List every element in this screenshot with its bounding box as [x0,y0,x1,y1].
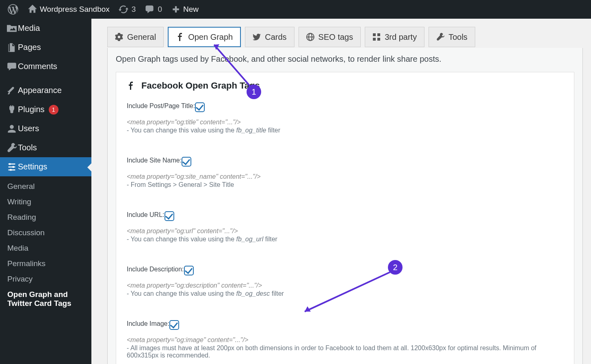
option-hint: - From Settings > General > Site Title [127,181,563,188]
svg-rect-7 [377,33,380,36]
intro-text: Open Graph tags used by Facebook, and ot… [116,54,574,64]
option-label: Include Site Name: [127,157,182,168]
svg-rect-9 [377,38,380,41]
option-include-title: Include Post/Page Title: <meta property=… [127,102,563,134]
twitter-icon [253,33,261,41]
include-sitename-checkbox[interactable] [182,157,191,167]
svg-rect-8 [373,38,376,41]
submenu-writing[interactable]: Writing [0,194,91,210]
tab-tools[interactable]: Tools [429,27,475,47]
menu-comments[interactable]: Comments [0,57,91,76]
menu-settings[interactable]: Settings [0,157,91,176]
facebook-icon [176,33,184,41]
brush-icon [6,86,18,95]
sliders-icon [6,162,18,172]
menu-appearance[interactable]: Appearance [0,81,91,100]
settings-tabs: General Open Graph Cards SEO tags 3rd pa… [100,27,583,47]
menu-pages[interactable]: Pages [0,38,91,57]
tab-content: Open Graph tags used by Facebook, and ot… [107,48,583,364]
admin-menu: Media Pages Comments Appearance Plugins … [0,19,91,364]
updates-link[interactable]: 3 [114,0,140,19]
option-hint: - You can change this value using the fb… [127,236,563,243]
svg-point-2 [10,169,12,171]
menu-users[interactable]: Users [0,119,91,138]
menu-plugins[interactable]: Plugins 1 [0,100,91,119]
site-name-link[interactable]: Wordpress Sandbox [23,0,114,19]
admin-bar: Wordpress Sandbox 3 0 New [0,0,591,19]
menu-label: Tools [18,143,37,152]
include-url-checkbox[interactable] [165,211,174,221]
option-meta: <meta property="og:image" content="..."/… [127,336,563,344]
menu-label: Users [18,124,39,133]
gear-icon [115,33,123,41]
settings-submenu: General Writing Reading Discussion Media… [0,176,91,314]
option-label: Include URL: [127,211,165,223]
submenu-discussion[interactable]: Discussion [0,225,91,240]
facebook-icon [127,81,135,91]
tab-label: General [127,32,156,42]
globe-icon [306,33,314,41]
wrench-icon [436,33,444,41]
tab-opengraph[interactable]: Open Graph [168,27,241,47]
option-meta: <meta property="og:description" content=… [127,282,563,289]
option-meta: <meta property="og:title" content="..."/… [127,119,563,126]
option-meta: <meta property="og:site_name" content=".… [127,173,563,180]
submenu-opengraph[interactable]: Open Graph and Twitter Card Tags [0,287,91,311]
grid-icon [372,33,381,41]
box-title: Facebook Open Graph Tags [141,80,260,91]
new-label: New [183,5,199,14]
tab-label: SEO tags [318,32,353,42]
include-title-checkbox[interactable] [195,102,205,112]
tab-label: 3rd party [385,32,417,42]
opengraph-settings-box: Facebook Open Graph Tags Include Post/Pa… [116,72,574,364]
tab-label: Open Graph [188,32,233,42]
comment-icon [6,62,18,72]
menu-media[interactable]: Media [0,19,91,38]
option-meta: <meta property="og:url" content="..."/> [127,228,563,235]
submenu-permalinks[interactable]: Permalinks [0,256,91,271]
tab-label: Cards [265,32,286,42]
tab-general[interactable]: General [107,27,164,47]
tab-cards[interactable]: Cards [245,27,294,47]
plug-icon [6,105,18,115]
menu-label: Pages [18,43,41,52]
option-hint: - All images must have at least 200px on… [127,344,537,359]
wp-logo[interactable] [3,0,23,19]
menu-tools[interactable]: Tools [0,138,91,157]
menu-label: Comments [18,62,57,71]
page-icon [6,43,18,52]
home-icon [27,4,38,14]
comment-icon [144,4,155,14]
include-description-checkbox[interactable] [184,266,194,275]
comments-count: 0 [158,5,162,14]
option-label: Include Description: [127,266,184,277]
site-name: Wordpress Sandbox [40,5,110,14]
tab-3rdparty[interactable]: 3rd party [365,27,424,47]
include-image-checkbox[interactable] [169,320,179,330]
submenu-media[interactable]: Media [0,240,91,256]
option-label: Include Image: [127,320,169,332]
media-icon [6,24,18,33]
option-label: Include Post/Page Title: [127,102,195,114]
menu-label: Plugins [18,105,45,114]
svg-rect-6 [373,33,376,36]
tab-label: Tools [448,32,468,42]
submenu-privacy[interactable]: Privacy [0,271,91,287]
box-heading: Facebook Open Graph Tags [127,80,563,91]
wrench-icon [6,143,18,153]
update-icon [118,4,129,14]
menu-label: Appearance [18,86,62,95]
plugin-updates-badge: 1 [49,105,58,115]
user-icon [6,124,18,134]
submenu-general[interactable]: General [0,179,91,194]
updates-count: 3 [132,5,136,14]
tab-seo[interactable]: SEO tags [299,27,361,47]
submenu-reading[interactable]: Reading [0,210,91,225]
option-hint: - You can change this value using the fb… [127,290,563,297]
page-body: General Open Graph Cards SEO tags 3rd pa… [91,19,591,364]
option-include-sitename: Include Site Name: <meta property="og:si… [127,157,563,188]
new-content-link[interactable]: New [166,0,203,19]
comments-link[interactable]: 0 [140,0,166,19]
plus-icon [170,5,182,14]
menu-label: Media [18,24,40,33]
